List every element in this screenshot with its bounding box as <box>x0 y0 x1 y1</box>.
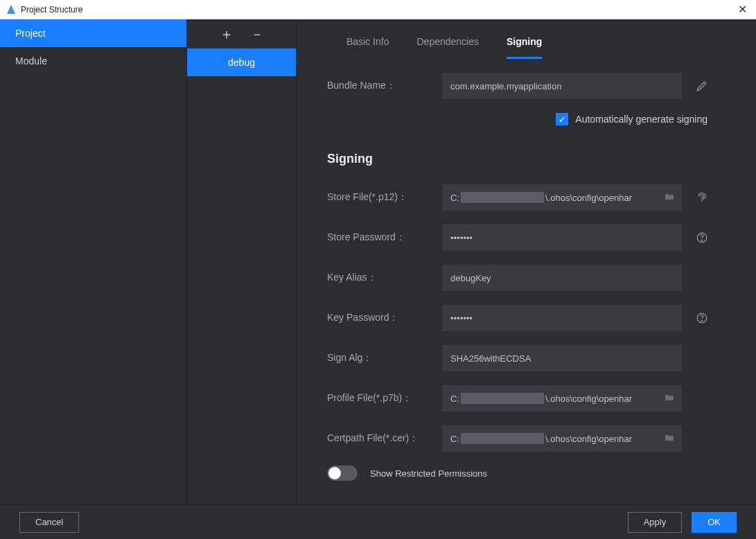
store-file-label: Store File(*.p12)： <box>327 191 442 204</box>
fingerprint-icon[interactable] <box>694 190 710 205</box>
certpath-file-prefix: C: <box>450 434 459 444</box>
redacted-path <box>461 433 544 444</box>
config-column: ＋ － debug <box>187 19 297 504</box>
config-toolbar: ＋ － <box>187 19 296 48</box>
row-key-password: Key Password： ••••••• <box>317 305 735 331</box>
window-title: Project Structure <box>21 5 82 15</box>
row-profile-file: Profile File(*.p7b)： C: \.ohos\config\op… <box>317 385 735 412</box>
svg-point-1 <box>701 240 702 240</box>
footer: Cancel Apply OK <box>0 504 756 539</box>
toggle-knob <box>328 467 341 479</box>
profile-file-suffix: \.ohos\config\openhar <box>545 394 632 404</box>
restricted-label: Show Restricted Permissions <box>370 468 487 479</box>
store-password-label: Store Password： <box>327 231 442 244</box>
ok-button[interactable]: OK <box>692 512 737 533</box>
close-icon[interactable]: ✕ <box>734 3 750 16</box>
sign-alg-input[interactable]: SHA256withECDSA <box>442 345 682 371</box>
main-area: Project Module ＋ － debug Basic Info Depe… <box>0 19 756 504</box>
redacted-path <box>461 192 544 203</box>
key-password-input[interactable]: ••••••• <box>442 305 682 331</box>
auto-sign-checkbox[interactable]: ✓ <box>556 113 568 125</box>
key-alias-input[interactable]: debugKey <box>442 265 682 291</box>
store-file-prefix: C: <box>450 193 459 203</box>
row-store-file: Store File(*.p12)： C: \.ohos\config\open… <box>317 184 735 211</box>
row-bundle-name: Bundle Name： com.example.myapplication <box>317 73 735 99</box>
redacted-path <box>461 393 544 404</box>
tabs: Basic Info Dependencies Signing <box>317 19 735 59</box>
sidebar: Project Module <box>0 19 187 504</box>
sign-alg-label: Sign Alg： <box>327 352 442 364</box>
bundle-name-input[interactable]: com.example.myapplication <box>442 73 682 99</box>
certpath-file-input[interactable]: C: \.ohos\config\openhar <box>442 425 682 452</box>
help-icon[interactable] <box>694 230 710 245</box>
store-password-input[interactable]: ••••••• <box>442 224 682 251</box>
help-icon[interactable] <box>694 310 710 326</box>
auto-sign-label: Automatically generate signing <box>575 114 707 125</box>
config-item-label: debug <box>228 57 255 68</box>
section-title-signing: Signing <box>327 152 735 166</box>
sidebar-item-label: Module <box>15 55 47 67</box>
tab-dependencies[interactable]: Dependencies <box>416 30 479 59</box>
restricted-toggle[interactable] <box>327 466 358 481</box>
titlebar: Project Structure ✕ <box>0 0 756 19</box>
config-list: debug <box>187 48 296 76</box>
row-restricted-toggle: Show Restricted Permissions <box>317 466 735 481</box>
add-config-icon[interactable]: ＋ <box>220 27 234 41</box>
certpath-file-label: Certpath File(*.cer)： <box>327 432 442 445</box>
row-certpath-file: Certpath File(*.cer)： C: \.ohos\config\o… <box>317 425 735 452</box>
apply-button[interactable]: Apply <box>628 512 683 533</box>
sidebar-item-label: Project <box>15 28 46 39</box>
row-auto-sign: ✓ Automatically generate signing <box>317 113 735 125</box>
config-item-debug[interactable]: debug <box>187 48 296 76</box>
store-file-suffix: \.ohos\config\openhar <box>545 193 632 203</box>
content-panel: Basic Info Dependencies Signing Bundle N… <box>297 19 756 504</box>
folder-icon[interactable] <box>664 432 676 445</box>
certpath-file-suffix: \.ohos\config\openhar <box>545 434 632 444</box>
tab-basic-info[interactable]: Basic Info <box>346 30 389 59</box>
svg-point-3 <box>701 320 702 321</box>
key-alias-label: Key Alias： <box>327 272 442 284</box>
folder-icon[interactable] <box>664 191 676 204</box>
key-password-label: Key Password： <box>327 312 442 324</box>
row-key-alias: Key Alias： debugKey <box>317 265 735 291</box>
app-icon <box>6 4 17 15</box>
row-store-password: Store Password： ••••••• <box>317 224 735 251</box>
profile-file-prefix: C: <box>450 394 459 404</box>
sidebar-item-project[interactable]: Project <box>0 19 186 47</box>
profile-file-label: Profile File(*.p7b)： <box>327 392 442 405</box>
store-file-input[interactable]: C: \.ohos\config\openhar <box>442 184 682 211</box>
cancel-button[interactable]: Cancel <box>19 512 79 533</box>
row-sign-alg: Sign Alg： SHA256withECDSA <box>317 345 735 371</box>
bundle-name-label: Bundle Name： <box>327 80 442 92</box>
sidebar-item-module[interactable]: Module <box>0 47 186 75</box>
edit-icon[interactable] <box>694 78 710 94</box>
folder-icon[interactable] <box>664 392 676 405</box>
tab-signing[interactable]: Signing <box>507 30 542 59</box>
profile-file-input[interactable]: C: \.ohos\config\openhar <box>442 385 682 412</box>
remove-config-icon[interactable]: － <box>250 27 264 41</box>
